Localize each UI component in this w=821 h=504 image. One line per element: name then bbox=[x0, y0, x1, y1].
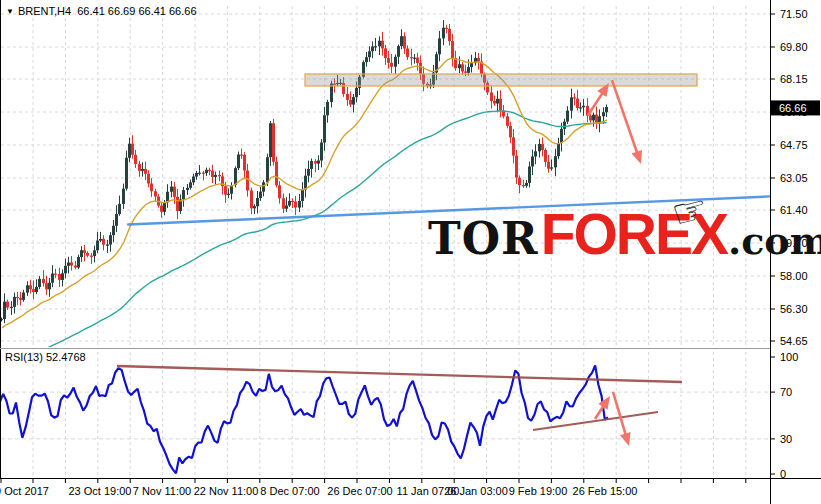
watermark-com: .com bbox=[728, 222, 821, 260]
chevron-down-icon[interactable]: ▼ bbox=[6, 7, 14, 16]
svg-text:7 Nov 11:00: 7 Nov 11:00 bbox=[133, 485, 192, 497]
svg-text:9 Oct 2017: 9 Oct 2017 bbox=[0, 485, 49, 497]
watermark: TORFOREX.com bbox=[428, 206, 821, 260]
svg-text:58.00: 58.00 bbox=[780, 270, 808, 282]
svg-text:70: 70 bbox=[780, 386, 792, 398]
time-axis-labels: 9 Oct 201723 Oct 19:007 Nov 11:0022 Nov … bbox=[0, 478, 746, 497]
watermark-tor: TOR bbox=[428, 217, 539, 261]
symbol-label: ▼BRENT,H4 66.41 66.69 66.41 66.66 bbox=[6, 5, 197, 17]
svg-text:26 Feb 15:00: 26 Feb 15:00 bbox=[573, 485, 638, 497]
candlesticks bbox=[0, 20, 608, 323]
ma-fast-line bbox=[2, 59, 607, 328]
rsi-indicator-label: RSI(13) 52.4768 bbox=[5, 351, 86, 363]
svg-text:71.50: 71.50 bbox=[780, 8, 808, 20]
trading-chart-window: 71.5069.8068.1566.4564.7563.0561.4059.70… bbox=[0, 0, 821, 504]
svg-text:68.15: 68.15 bbox=[780, 73, 808, 85]
svg-text:54.65: 54.65 bbox=[780, 335, 808, 347]
svg-text:100: 100 bbox=[780, 351, 798, 363]
svg-text:9 Feb 19:00: 9 Feb 19:00 bbox=[509, 485, 568, 497]
svg-text:23 Oct 19:00: 23 Oct 19:00 bbox=[69, 485, 132, 497]
resistance-zone[interactable] bbox=[305, 74, 697, 86]
svg-text:22 Nov 11:00: 22 Nov 11:00 bbox=[194, 485, 259, 497]
symbol-quote: 66.41 66.69 66.41 66.66 bbox=[77, 5, 196, 17]
rsi-line bbox=[0, 365, 608, 473]
rsi-axis-labels: 10070300 bbox=[770, 351, 798, 480]
svg-text:64.75: 64.75 bbox=[780, 139, 808, 151]
current-price-label: 66.66 bbox=[771, 100, 820, 115]
svg-text:66.66: 66.66 bbox=[779, 102, 807, 114]
svg-text:26 Dec 07:00: 26 Dec 07:00 bbox=[327, 485, 392, 497]
svg-text:26 Jan 03:00: 26 Jan 03:00 bbox=[444, 485, 508, 497]
svg-text:30: 30 bbox=[780, 433, 792, 445]
svg-text:69.80: 69.80 bbox=[780, 41, 808, 53]
price-axis-labels: 71.5069.8068.1566.4564.7563.0561.4059.70… bbox=[770, 8, 808, 347]
svg-text:56.30: 56.30 bbox=[780, 303, 808, 315]
svg-text:63.05: 63.05 bbox=[780, 172, 808, 184]
symbol-name: BRENT,H4 bbox=[18, 5, 71, 17]
svg-text:8 Dec 07:00: 8 Dec 07:00 bbox=[260, 485, 319, 497]
svg-text:0: 0 bbox=[780, 468, 786, 480]
